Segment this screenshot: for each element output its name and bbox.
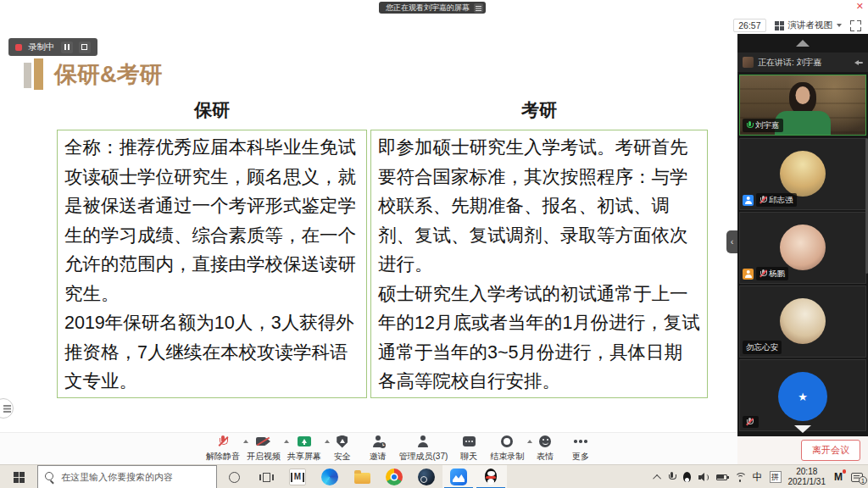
wifi-icon[interactable] — [734, 473, 746, 482]
participant-name: 杨鹏 — [769, 269, 785, 280]
qq-scarf — [486, 476, 496, 479]
invite-person-icon: + — [372, 435, 383, 447]
start-button[interactable] — [0, 465, 37, 488]
avatar — [780, 151, 826, 197]
participant-tile[interactable]: 勿忘心安 — [739, 286, 866, 358]
column-heading-baoyan: 保研 — [57, 98, 367, 122]
clock-time: 20:18 — [788, 467, 826, 478]
avatar: ★ — [778, 372, 827, 421]
name-chip: 勿忘心安 — [743, 341, 782, 354]
name-chip: 邱志强 — [756, 193, 797, 207]
view-mode-label: 演讲者视图 — [788, 19, 833, 31]
chat-button[interactable]: 聊天 — [454, 435, 483, 463]
tray-expand-icon[interactable] — [653, 474, 661, 482]
clock-date: 2021/1/31 — [788, 477, 826, 488]
hamburger-lines — [476, 6, 481, 7]
task-view-button[interactable] — [251, 465, 281, 488]
taskbar-app-explorer[interactable] — [346, 465, 378, 488]
taskbar-app-chrome[interactable] — [378, 465, 410, 488]
tray-qq-icon[interactable] — [682, 472, 692, 483]
mute-slash — [760, 269, 767, 277]
participant-tile[interactable]: 杨鹏 — [739, 212, 866, 284]
button-label: 结束录制 — [490, 451, 524, 463]
name-chip: 杨鹏 — [756, 267, 788, 280]
meeting-timer: 26:57 — [733, 19, 765, 32]
banner-menu-icon[interactable] — [474, 3, 483, 13]
tile-footer — [743, 416, 759, 428]
tray-mic-icon[interactable] — [668, 472, 676, 483]
emoji-icon — [539, 435, 551, 447]
person-icon — [418, 435, 429, 447]
pause-recording-button[interactable] — [61, 42, 73, 53]
tray-app-notification-icon[interactable]: M — [832, 471, 844, 483]
toolbar-buttons: 解除静音 开启视频 共享屏幕 安全 + 邀请 — [206, 433, 595, 464]
task-view-icon — [263, 473, 270, 482]
name-chip — [743, 416, 759, 428]
manage-members-button[interactable]: 管理成员(37) — [399, 435, 448, 463]
view-mode-dropdown[interactable]: 演讲者视图 — [775, 19, 843, 31]
volume-icon[interactable] — [698, 473, 709, 482]
cortana-button[interactable] — [217, 465, 251, 488]
top-right-controls: 26:57 演讲者视图 — [733, 19, 861, 32]
button-label: 更多 — [572, 451, 589, 463]
taskbar-app-media[interactable]: M — [281, 465, 314, 488]
invite-button[interactable]: + 邀请 — [364, 435, 392, 463]
security-button[interactable]: 安全 — [328, 435, 357, 463]
start-video-button[interactable]: 开启视频 — [247, 435, 281, 463]
sound-wave — [704, 474, 709, 480]
tile-footer: 刘宇嘉 — [743, 119, 783, 132]
wifi-dot — [739, 480, 741, 481]
more-button[interactable]: 更多 — [566, 435, 595, 463]
leave-meeting-button[interactable]: 离开会议 — [801, 440, 860, 461]
close-icon[interactable]: ✕ — [856, 1, 864, 12]
taskbar-app-qq[interactable] — [475, 465, 507, 488]
notification-center-icon[interactable]: 1 — [851, 473, 863, 482]
windows-logo-icon — [14, 472, 19, 477]
back-arrow-icon[interactable] — [854, 59, 863, 66]
mic-muted-icon — [760, 269, 766, 279]
notification-badge: 1 — [859, 476, 867, 485]
stop-recording-button[interactable] — [79, 42, 91, 53]
layout-grid-icon — [775, 21, 779, 25]
scroll-up-arrow[interactable] — [796, 40, 810, 47]
chevron-down-icon — [837, 24, 842, 27]
stop-recording-toolbar-button[interactable]: 结束录制 — [490, 435, 524, 463]
title-decor-bar-tan — [34, 58, 43, 90]
media-app-icon: M — [289, 469, 306, 485]
button-label: 管理成员(37) — [399, 451, 448, 463]
taskbar-app-edge[interactable] — [314, 465, 346, 488]
scroll-down-arrow[interactable] — [794, 425, 811, 433]
taskbar-app-meeting[interactable] — [442, 465, 475, 488]
ime-mode-indicator[interactable]: 拼 — [770, 471, 782, 483]
shield-icon — [337, 435, 348, 448]
mic-on-icon — [746, 121, 753, 130]
ime-language-indicator[interactable]: 中 — [753, 470, 763, 485]
screen: 您正在观看刘宇嘉的屏幕 ✕ i 录制中 26:57 演讲者视图 保研&考研 保研… — [0, 0, 868, 488]
slide-title: 保研&考研 — [54, 59, 163, 90]
list-lines — [3, 405, 11, 407]
unmute-button[interactable]: 解除静音 — [206, 435, 240, 463]
battery-icon[interactable] — [716, 474, 727, 480]
recording-dot-icon — [15, 44, 22, 51]
folder-icon — [354, 473, 370, 484]
speaker-avatar — [743, 57, 754, 68]
tile-footer: 邱志强 — [743, 193, 797, 207]
reactions-button[interactable]: 表情 — [531, 435, 559, 463]
recording-indicator: 录制中 — [8, 38, 97, 56]
participant-tile[interactable]: ★ — [739, 359, 866, 431]
button-label: 共享屏幕 — [287, 451, 321, 463]
participant-tile-video[interactable]: 刘宇嘉 — [739, 75, 866, 136]
column-heading-kaoyan: 考研 — [370, 98, 708, 122]
speaking-banner: 正在讲话: 刘宇嘉 — [737, 53, 868, 72]
windows-taskbar: 在这里输入你要搜索的内容 M — [0, 464, 868, 488]
taskbar-app-steam[interactable] — [410, 465, 442, 488]
fullscreen-icon[interactable] — [850, 20, 861, 31]
sidebar-collapse-button[interactable]: ‹ — [726, 230, 737, 253]
avatar — [780, 225, 826, 270]
taskbar-search-input[interactable]: 在这里输入你要搜索的内容 — [37, 465, 217, 488]
share-screen-button[interactable]: 共享屏幕 — [287, 435, 321, 463]
button-label: 解除静音 — [206, 451, 240, 463]
button-label: 表情 — [537, 451, 554, 463]
taskbar-clock[interactable]: 20:18 2021/1/31 — [788, 467, 826, 488]
participant-tile[interactable]: 邱志强 — [739, 138, 866, 210]
